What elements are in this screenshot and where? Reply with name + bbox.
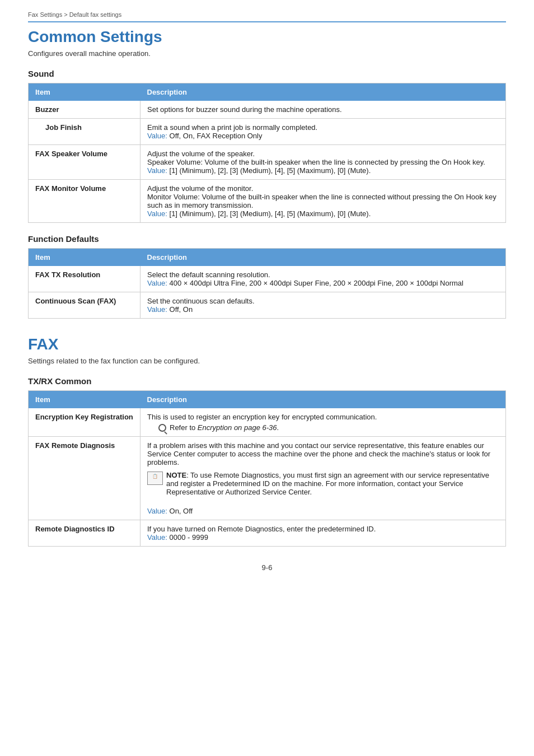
table-row: FAX Remote Diagnosis If a problem arises… — [29, 437, 506, 520]
item-fax-speaker-volume: FAX Speaker Volume — [29, 145, 140, 180]
desc-fax-monitor-volume: Adjust the volume of the monitor. Monito… — [140, 180, 506, 223]
fd-table-header-description: Description — [140, 249, 506, 267]
value-label-remote-id: Value: — [147, 533, 167, 542]
item-fax-monitor-volume: FAX Monitor Volume — [29, 180, 140, 223]
value-label-remote-diag: Value: — [147, 507, 167, 515]
value-label-monitor: Value: — [147, 209, 167, 218]
page-subtitle: Configures overall machine operation. — [28, 49, 506, 58]
table-row: Job Finish Emit a sound when a print job… — [29, 119, 506, 145]
table-row: FAX TX Resolution Select the default sca… — [29, 266, 506, 292]
note-icon: 📋 — [147, 472, 163, 485]
table-row: FAX Monitor Volume Adjust the volume of … — [29, 180, 506, 223]
desc-buzzer: Set options for buzzer sound during the … — [140, 101, 506, 119]
value-label-tx-res: Value: — [147, 279, 167, 287]
function-defaults-table: Item Description FAX TX Resolution Selec… — [28, 248, 506, 319]
txrx-table-header-description: Description — [140, 391, 506, 409]
search-icon — [158, 424, 166, 432]
note-text: NOTE: To use Remote Diagnostics, you mus… — [166, 471, 499, 496]
desc-fax-remote-diagnosis: If a problem arises with this machine an… — [140, 437, 506, 520]
sound-table-header-description: Description — [140, 83, 506, 101]
table-row: Remote Diagnostics ID If you have turned… — [29, 520, 506, 547]
txrx-table: Item Description Encryption Key Registra… — [28, 390, 506, 547]
desc-continuous-scan: Set the continuous scan defaults. Value:… — [140, 292, 506, 319]
table-row: Buzzer Set options for buzzer sound duri… — [29, 101, 506, 119]
item-continuous-scan: Continuous Scan (FAX) — [29, 292, 140, 319]
item-remote-diagnostics-id: Remote Diagnostics ID — [29, 520, 140, 547]
page-title-common-settings: Common Settings — [28, 28, 506, 46]
breadcrumb: Fax Settings > Default fax settings — [28, 11, 506, 22]
desc-fax-speaker-volume: Adjust the volume of the speaker. Speake… — [140, 145, 506, 180]
desc-remote-diagnostics-id: If you have turned on Remote Diagnostics… — [140, 520, 506, 547]
desc-fax-tx-resolution: Select the default scanning resolution. … — [140, 266, 506, 292]
section-title-function-defaults: Function Defaults — [28, 234, 506, 244]
item-fax-tx-resolution: FAX TX Resolution — [29, 266, 140, 292]
page-number: 9-6 — [28, 563, 506, 572]
desc-encryption-key: This is used to register an encryption k… — [140, 408, 506, 437]
item-fax-remote-diagnosis: FAX Remote Diagnosis — [29, 437, 140, 520]
sound-table: Item Description Buzzer Set options for … — [28, 83, 506, 223]
fax-subtitle: Settings related to the fax function can… — [28, 357, 506, 365]
refer-text: Refer to Encryption on page 6-36. — [170, 423, 279, 432]
section-title-sound: Sound — [28, 69, 506, 78]
item-encryption-key: Encryption Key Registration — [29, 408, 140, 437]
item-job-finish: Job Finish — [29, 119, 140, 145]
table-row: FAX Speaker Volume Adjust the volume of … — [29, 145, 506, 180]
section-title-txrx: TX/RX Common — [28, 376, 506, 386]
desc-job-finish: Emit a sound when a print job is normall… — [140, 119, 506, 145]
page-title-fax: FAX — [28, 335, 506, 353]
txrx-table-header-item: Item — [29, 391, 140, 409]
table-row: Continuous Scan (FAX) Set the continuous… — [29, 292, 506, 319]
value-label-job-finish: Value: — [147, 132, 167, 140]
item-buzzer: Buzzer — [29, 101, 140, 119]
table-row: Encryption Key Registration This is used… — [29, 408, 506, 437]
value-label-speaker: Value: — [147, 166, 167, 175]
fd-table-header-item: Item — [29, 249, 140, 267]
value-label-continuous: Value: — [147, 305, 167, 314]
sound-table-header-item: Item — [29, 83, 140, 101]
